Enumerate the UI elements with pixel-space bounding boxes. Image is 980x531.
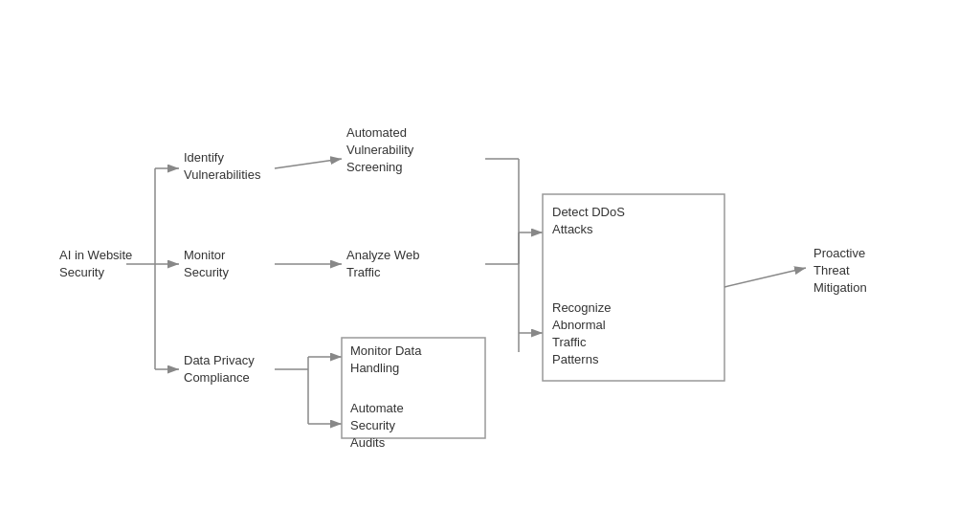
node-ai-security: AI in WebsiteSecurity (59, 247, 132, 281)
node-automate-audits: AutomateSecurityAudits (350, 400, 404, 453)
node-recognize-abnormal: RecognizeAbnormalTrafficPatterns (552, 299, 611, 369)
node-auto-vuln-screen: AutomatedVulnerabilityScreening (346, 124, 413, 177)
node-identify-vuln: IdentifyVulnerabilities (184, 149, 260, 184)
diagram-lines (31, 27, 949, 505)
svg-line-6 (275, 159, 342, 168)
node-monitor-data: Monitor DataHandling (350, 343, 421, 377)
node-monitor-security: MonitorSecurity (184, 247, 229, 281)
node-proactive-threat: ProactiveThreatMitigation (813, 245, 867, 298)
diagram-container: AI in WebsiteSecurity IdentifyVulnerabil… (31, 27, 949, 505)
node-analyze-web: Analyze WebTraffic (346, 247, 419, 281)
node-detect-ddos: Detect DDoSAttacks (552, 204, 625, 238)
node-data-privacy: Data PrivacyCompliance (184, 352, 255, 387)
svg-line-19 (724, 268, 806, 287)
